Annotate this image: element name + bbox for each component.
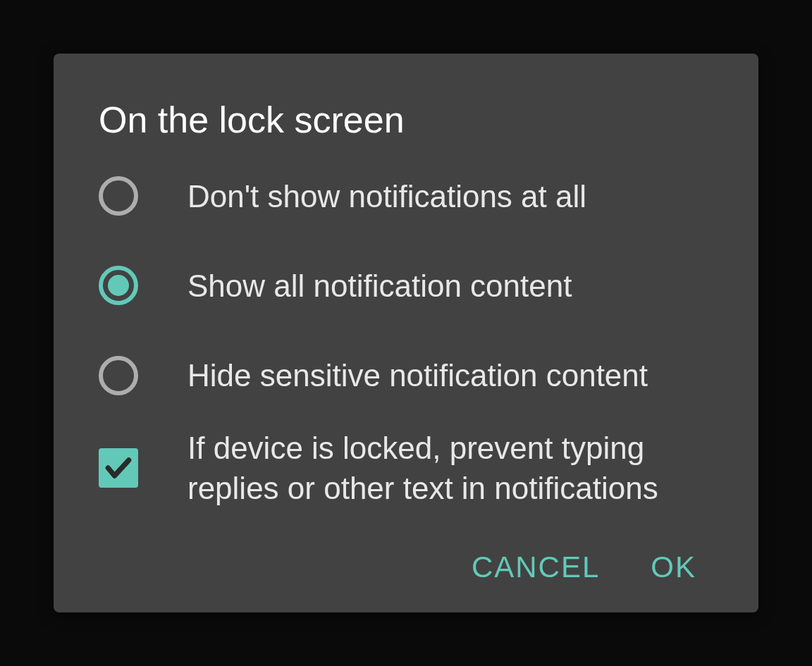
cancel-button[interactable]: CANCEL (472, 550, 600, 584)
radio-icon-selected (99, 266, 138, 305)
checkbox-icon-checked (99, 448, 138, 488)
dialog-title: On the lock screen (99, 99, 713, 141)
radio-option-hide-sensitive[interactable]: Hide sensitive notification content (99, 355, 713, 395)
option-label: Hide sensitive notification content (187, 355, 648, 395)
radio-option-dont-show[interactable]: Don't show notifications at all (99, 176, 713, 216)
option-label: Show all notification content (187, 266, 572, 306)
dialog-button-bar: CANCEL OK (99, 536, 713, 584)
option-label: Don't show notifications at all (187, 176, 586, 216)
ok-button[interactable]: OK (651, 550, 696, 584)
radio-icon (99, 176, 138, 216)
radio-icon (99, 356, 138, 395)
lock-screen-dialog: On the lock screen Don't show notificati… (54, 54, 758, 613)
radio-option-show-all[interactable]: Show all notification content (99, 266, 713, 306)
checkbox-label: If device is locked, prevent typing repl… (187, 428, 713, 508)
checkbox-option-prevent-typing[interactable]: If device is locked, prevent typing repl… (99, 428, 713, 508)
